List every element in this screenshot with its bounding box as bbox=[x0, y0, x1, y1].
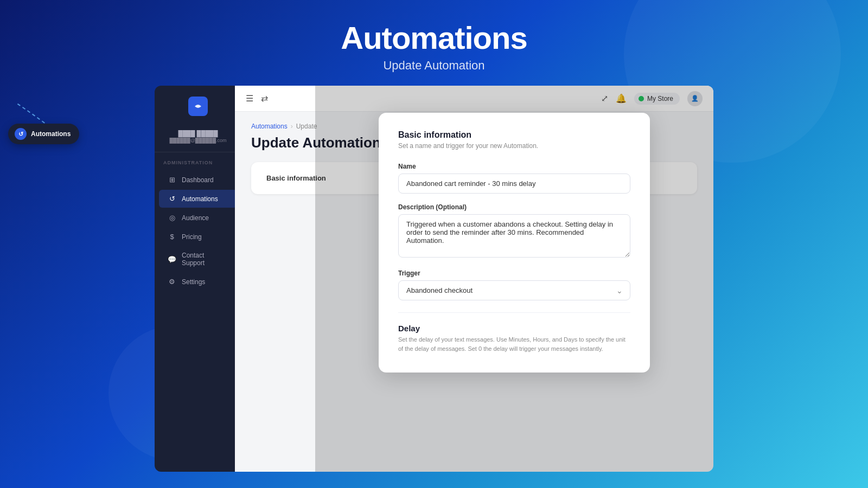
sidebar-user: ████ █████ ██████@██████.com bbox=[155, 125, 241, 152]
form-divider bbox=[398, 312, 630, 313]
breadcrumb-current: Update bbox=[296, 123, 317, 130]
browser-wrapper: ████ █████ ██████@██████.com ADMINISTRAT… bbox=[155, 86, 713, 472]
sidebar-item-label-contact-support: Contact Support bbox=[182, 252, 228, 267]
exchange-icon[interactable]: ⇄ bbox=[261, 93, 268, 104]
modal-subtitle: Set a name and trigger for your new Auto… bbox=[398, 142, 630, 150]
audience-icon: ◎ bbox=[168, 214, 176, 222]
sidebar-username: ████ █████ bbox=[162, 130, 234, 137]
modal-title: Basic information bbox=[398, 130, 630, 140]
breadcrumb-parent[interactable]: Automations bbox=[251, 123, 288, 130]
floating-automations-badge[interactable]: ↺ Automations bbox=[8, 124, 79, 144]
main-title: Automations bbox=[0, 21, 868, 55]
sidebar-logo bbox=[155, 86, 241, 125]
breadcrumb-separator: › bbox=[291, 123, 293, 130]
trigger-select[interactable]: Abandoned checkout Order placed Order fu… bbox=[398, 280, 630, 300]
trigger-label: Trigger bbox=[398, 269, 630, 277]
sidebar-section-label: ADMINISTRATION bbox=[155, 158, 241, 170]
page-header: Automations Update Automation bbox=[0, 0, 868, 73]
delay-subtitle: Set the delay of your text messages. Use… bbox=[398, 335, 630, 353]
main-subtitle: Update Automation bbox=[0, 59, 868, 73]
sidebar-item-dashboard[interactable]: ⊞ Dashboard bbox=[159, 171, 237, 189]
sidebar-item-automations[interactable]: ↺ Automations bbox=[159, 190, 237, 208]
pricing-icon: $ bbox=[168, 233, 176, 241]
name-label: Name bbox=[398, 163, 630, 170]
topbar-left: ☰ ⇄ bbox=[246, 93, 268, 104]
sidebar-item-label-dashboard: Dashboard bbox=[182, 176, 214, 184]
sidebar-item-pricing[interactable]: $ Pricing bbox=[159, 228, 237, 246]
sidebar-item-label-settings: Settings bbox=[182, 278, 205, 286]
floating-icon: ↺ bbox=[15, 128, 27, 140]
modal-dialog: Basic information Set a name and trigger… bbox=[379, 113, 650, 373]
contact-support-icon: 💬 bbox=[168, 255, 176, 264]
automations-icon: ↺ bbox=[168, 195, 176, 203]
sidebar-panel: ████ █████ ██████@██████.com ADMINISTRAT… bbox=[155, 86, 241, 472]
sidebar-item-audience[interactable]: ◎ Audience bbox=[159, 209, 237, 227]
logo-icon bbox=[188, 97, 208, 116]
trigger-select-wrapper: Abandoned checkout Order placed Order fu… bbox=[398, 280, 630, 300]
description-label: Description (Optional) bbox=[398, 203, 630, 211]
delay-title: Delay bbox=[398, 324, 630, 333]
settings-icon: ⚙ bbox=[168, 278, 176, 286]
sidebar-item-label-pricing: Pricing bbox=[182, 233, 202, 241]
sidebar-item-settings[interactable]: ⚙ Settings bbox=[159, 273, 237, 291]
sidebar-item-contact-support[interactable]: 💬 Contact Support bbox=[159, 247, 237, 272]
dashboard-icon: ⊞ bbox=[168, 176, 176, 184]
sidebar-item-label-automations: Automations bbox=[182, 195, 218, 203]
modal-overlay: Basic information Set a name and trigger… bbox=[315, 86, 713, 472]
name-input[interactable] bbox=[398, 174, 630, 194]
floating-label: Automations bbox=[31, 130, 71, 138]
main-window: ☰ ⇄ ⤢ 🔔 My Store 👤 Automations › Update … bbox=[235, 86, 713, 472]
sidebar-email: ██████@██████.com bbox=[162, 138, 234, 143]
description-textarea[interactable]: Triggered when a customer abandons a che… bbox=[398, 214, 630, 258]
sidebar-item-label-audience: Audience bbox=[182, 214, 209, 222]
menu-icon[interactable]: ☰ bbox=[246, 93, 253, 104]
dashed-line-decoration bbox=[0, 87, 108, 157]
